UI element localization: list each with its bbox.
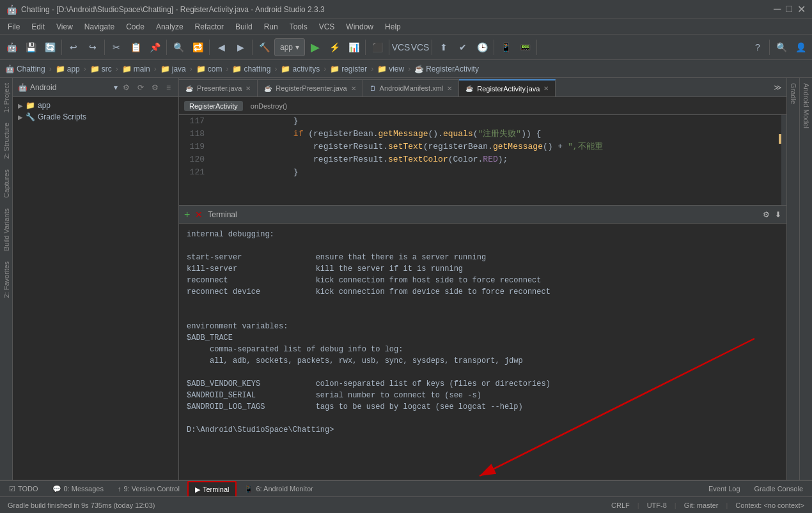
toolbar-stop[interactable]: ⬛ <box>368 38 386 56</box>
toolbar-debug[interactable]: ⚡ <box>325 38 343 56</box>
project-sync[interactable]: ⟳ <box>135 82 146 93</box>
toolbar-forward[interactable]: ▶ <box>231 38 249 56</box>
status-encoding[interactable]: UTF-8 <box>644 502 669 509</box>
toolbar-cut[interactable]: ✂ <box>107 38 125 56</box>
terminal-settings-icon[interactable]: ⚙ <box>763 210 770 219</box>
favorites-label[interactable]: 2: Favorites <box>1 256 12 303</box>
bottom-tab-vcs[interactable]: ↑ 9: Version Control <box>111 481 186 496</box>
tab-more-button[interactable]: ≫ <box>769 79 786 96</box>
minimize-button[interactable]: ─ <box>774 3 781 15</box>
toolbar-redo[interactable]: ↪ <box>84 38 102 56</box>
status-line-ending[interactable]: CRLF <box>609 502 632 509</box>
bc-java[interactable]: 📁 java <box>158 63 189 75</box>
code-area[interactable]: 117 } 118 if (registerBean.getMessage().… <box>179 115 786 205</box>
captures-label[interactable]: Captures <box>1 164 12 203</box>
tab-close-2[interactable]: ✕ <box>351 85 356 92</box>
toolbar-copy[interactable]: 📋 <box>127 38 144 56</box>
folder-icon-1: 📁 <box>56 65 65 73</box>
bc-chatting2[interactable]: 📁 chatting <box>230 63 273 75</box>
tab-registeractivity[interactable]: ☕ RegisterActivity.java ✕ <box>459 79 556 96</box>
toolbar-back[interactable]: ◀ <box>212 38 230 56</box>
toolbar-vcs-2[interactable]: VCS <box>411 38 429 56</box>
tab-close-1[interactable]: ✕ <box>246 85 251 92</box>
menu-run[interactable]: Run <box>259 21 283 33</box>
term-line-blank-4 <box>187 367 779 378</box>
gradle-label[interactable]: Gradle <box>788 78 799 109</box>
toolbar-run[interactable]: ▶ <box>306 38 324 56</box>
tab-close-3[interactable]: ✕ <box>447 85 452 92</box>
bottom-tab-gradle-console[interactable]: Gradle Console <box>748 481 809 496</box>
tree-item-gradle[interactable]: ▶ 🔧 Gradle Scripts <box>13 111 178 123</box>
menu-build[interactable]: Build <box>230 21 258 33</box>
bc-register[interactable]: 📁 register <box>327 63 370 75</box>
menu-edit[interactable]: Edit <box>26 21 50 33</box>
menu-tools[interactable]: Tools <box>285 21 313 33</box>
toolbar-undo[interactable]: ↩ <box>65 38 82 56</box>
bc-com[interactable]: 📁 com <box>194 63 225 75</box>
tab-androidmanifest[interactable]: 🗒 AndroidManifest.xml ✕ <box>363 79 460 96</box>
toolbar-search[interactable]: 🔍 <box>772 38 790 56</box>
menu-code[interactable]: Code <box>121 21 150 33</box>
terminal-add-icon[interactable]: + <box>184 209 190 220</box>
toolbar-avd[interactable]: 📟 <box>516 38 534 56</box>
android-model-label[interactable]: Android Model <box>801 78 811 134</box>
tab-java-icon-2: ☕ <box>264 85 272 92</box>
toolbar-history[interactable]: 🕒 <box>473 38 491 56</box>
bc-chatting[interactable]: 🤖 Chatting <box>3 63 48 75</box>
bottom-tab-messages[interactable]: 💬 0: Messages <box>46 481 110 496</box>
bc-main[interactable]: 📁 main <box>120 63 153 75</box>
menu-help[interactable]: Help <box>380 21 406 33</box>
bottom-tab-event-log[interactable]: Event Log <box>702 481 747 496</box>
menu-refactor[interactable]: Refactor <box>190 21 229 33</box>
menu-vcs[interactable]: VCS <box>314 21 340 33</box>
bc-activitys[interactable]: 📁 activitys <box>278 63 322 75</box>
tree-item-app[interactable]: ▶ 📁 app <box>13 100 178 111</box>
toolbar-build-icon[interactable]: 🔨 <box>255 38 273 56</box>
toolbar-sync[interactable]: 🔄 <box>41 38 59 56</box>
bc-view[interactable]: 📁 view <box>375 63 407 75</box>
bc-sep-7: › <box>274 65 277 73</box>
toolbar-save[interactable]: 💾 <box>22 38 40 56</box>
editor-bc-class[interactable]: RegisterActivity <box>184 101 243 111</box>
toolbar-vcs-1[interactable]: VCS <box>392 38 410 56</box>
code-line-118: 118 if (registerBean.getMessage().equals… <box>179 128 786 141</box>
toolbar-commit[interactable]: ✔ <box>454 38 472 56</box>
menu-navigate[interactable]: Navigate <box>79 21 120 33</box>
terminal-download-icon[interactable]: ⬇ <box>775 210 781 219</box>
tab-close-4[interactable]: ✕ <box>543 85 549 92</box>
bc-app[interactable]: 📁 app <box>53 63 82 75</box>
build-variants-label[interactable]: Build Variants <box>1 203 12 256</box>
toolbar-update[interactable]: ⬆ <box>435 38 453 56</box>
toolbar-android-icon[interactable]: 🤖 <box>3 38 20 56</box>
menu-window[interactable]: Window <box>341 21 379 33</box>
menu-analyze[interactable]: Analyze <box>151 21 189 33</box>
project-dropdown-arrow[interactable]: ▾ <box>114 83 118 92</box>
project-options[interactable]: ≡ <box>164 82 173 93</box>
toolbar-replace[interactable]: 🔁 <box>189 38 207 56</box>
tab-registerpresenter[interactable]: ☕ RegisterPresenter.java ✕ <box>258 79 363 96</box>
toolbar-coverage[interactable]: 📊 <box>345 38 363 56</box>
editor-bc-method[interactable]: onDestroy() <box>246 101 292 111</box>
toolbar-find[interactable]: 🔍 <box>169 38 187 56</box>
toolbar-profile[interactable]: 👤 <box>792 38 809 56</box>
menu-file[interactable]: File <box>3 21 25 33</box>
bottom-tab-todo[interactable]: ☑ TODO <box>3 481 45 496</box>
bottom-tab-android-monitor[interactable]: 📱 6: Android Monitor <box>238 481 319 496</box>
project-gear[interactable]: ⚙ <box>149 82 161 93</box>
close-button[interactable]: ✕ <box>797 3 806 15</box>
menu-view[interactable]: View <box>51 21 78 33</box>
terminal-content[interactable]: internal debugging: start-server ensure … <box>179 224 786 480</box>
bc-registeractivity[interactable]: ☕ RegisterActivity <box>412 63 481 75</box>
tab-presenter[interactable]: ☕ Presenter.java ✕ <box>179 79 258 96</box>
toolbar-sdk[interactable]: 📱 <box>497 38 515 56</box>
status-vcs[interactable]: Git: master <box>682 502 721 509</box>
maximize-button[interactable]: □ <box>786 3 792 15</box>
structure-panel-label[interactable]: 2: Structure <box>1 118 12 164</box>
project-settings[interactable]: ⚙ <box>120 82 132 93</box>
bc-src[interactable]: 📁 src <box>88 63 114 75</box>
toolbar-help[interactable]: ? <box>749 38 767 56</box>
toolbar-paste[interactable]: 📌 <box>146 38 164 56</box>
project-panel-label[interactable]: 1: Project <box>1 78 12 118</box>
bottom-tab-terminal[interactable]: ▶ Terminal <box>187 481 237 496</box>
toolbar-app-selector[interactable]: app ▾ <box>274 38 305 56</box>
